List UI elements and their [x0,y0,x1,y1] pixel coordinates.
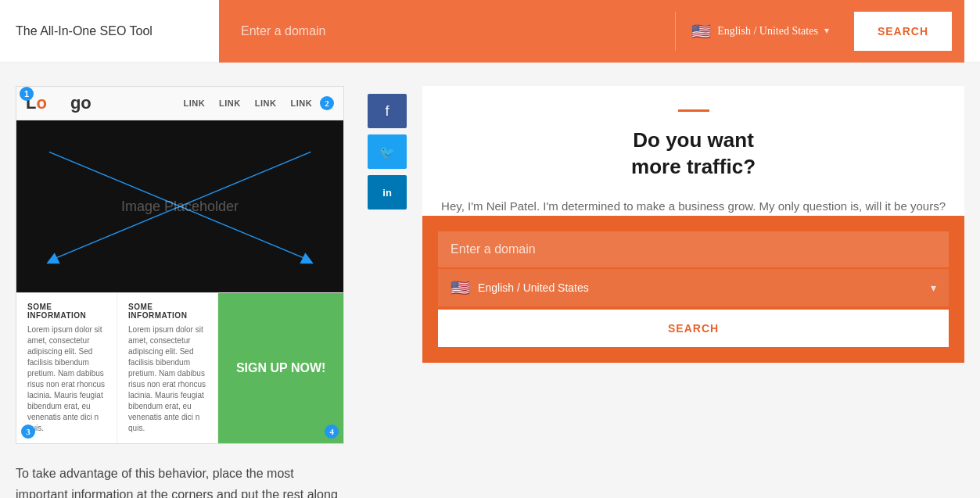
nav-link-1: LINK [183,99,205,108]
facebook-icon: f [386,103,389,120]
diagram-logo: 1 Logo [26,93,92,113]
diagram-bottom-mid: SOME INFORMATION Lorem ipsum dolor sit a… [117,293,218,443]
svg-marker-3 [46,253,59,263]
cta-lang-select[interactable]: 🇺🇸 English / United States ▾ [438,269,949,306]
image-placeholder-label: Image Placeholder [121,199,239,215]
promo-heading-bold: more traffic [631,155,743,178]
diagram-wrapper: 1 Logo LINK LINK LINK LINK 2 [16,86,344,444]
cta-chevron-down-icon: ▾ [931,281,936,295]
promo-heading: Do you want more traffic? [441,127,946,181]
us-flag-icon: 🇺🇸 [691,22,711,41]
nav-link-2: LINK [219,99,241,108]
bottom-left-title: SOME INFORMATION [27,303,106,320]
bottom-mid-title: SOME INFORMATION [128,303,206,320]
site-logo: The All-In-One SEO Tool [16,24,219,38]
header: The All-In-One SEO Tool 🇺🇸 English / Uni… [0,0,980,63]
badge-2-icon: 2 [320,96,334,110]
linkedin-icon: in [382,187,392,199]
linkedin-button[interactable]: in [368,175,407,210]
left-content: 1 Logo LINK LINK LINK LINK 2 [16,86,344,498]
chevron-down-icon: ▾ [824,25,829,37]
bottom-mid-text: Lorem ipsum dolor sit amet, consectetur … [128,324,206,434]
promo-box: Do you want more traffic? Hey, I'm Neil … [422,86,964,216]
promo-subtext: Hey, I'm Neil Patel. I'm determined to m… [441,196,946,217]
promo-heading-suffix: ? [743,155,756,178]
diagram-top-bar: 1 Logo LINK LINK LINK LINK 2 [16,87,343,120]
right-column: Do you want more traffic? Hey, I'm Neil … [422,86,964,498]
cta-domain-input[interactable] [438,231,949,267]
diagram-image-area: Image Placeholder [16,120,343,292]
diagram-links: LINK LINK LINK LINK [183,99,312,108]
header-search-bar: 🇺🇸 English / United States ▾ SEARCH [219,0,964,63]
main-container: 1 Logo LINK LINK LINK LINK 2 [0,63,980,498]
cta-lang-label: English / United States [478,281,923,294]
badge-3-icon: 3 [21,425,35,439]
bottom-left-text: Lorem ipsum dolor sit amet, consectetur … [27,324,106,434]
svg-marker-1 [300,253,313,263]
nav-link-3: LINK [255,99,277,108]
promo-heading-line1: Do you want [633,128,754,152]
signup-button-label[interactable]: SIGN UP NOW! [228,353,333,383]
social-column: f 🐦 in [368,86,407,498]
diagram-signup-area: SIGN UP NOW! 4 [218,293,343,443]
header-lang-label: English / United States [717,25,818,38]
nav-link-4: LINK [290,99,312,108]
header-domain-input[interactable] [232,18,675,45]
facebook-button[interactable]: f [368,94,407,128]
promo-accent-line [678,109,709,112]
diagram-bottom: SOME INFORMATION Lorem ipsum dolor sit a… [16,292,343,443]
description-text: To take advantage of this behavior, plac… [16,463,344,498]
right-section: f 🐦 in Do you want more traffic? Hey, I'… [368,86,964,498]
cta-search-button[interactable]: SEARCH [438,310,949,347]
badge-1-icon: 1 [20,87,34,101]
badge-4-icon: 4 [325,425,339,439]
diagram-bottom-left: SOME INFORMATION Lorem ipsum dolor sit a… [16,293,117,443]
header-search-button[interactable]: SEARCH [854,12,952,51]
cta-box: 🇺🇸 English / United States ▾ SEARCH [422,216,964,363]
twitter-button[interactable]: 🐦 [368,134,407,169]
header-lang-select[interactable]: 🇺🇸 English / United States ▾ [675,12,845,51]
cta-us-flag-icon: 🇺🇸 [451,278,470,297]
twitter-icon: 🐦 [379,145,395,159]
